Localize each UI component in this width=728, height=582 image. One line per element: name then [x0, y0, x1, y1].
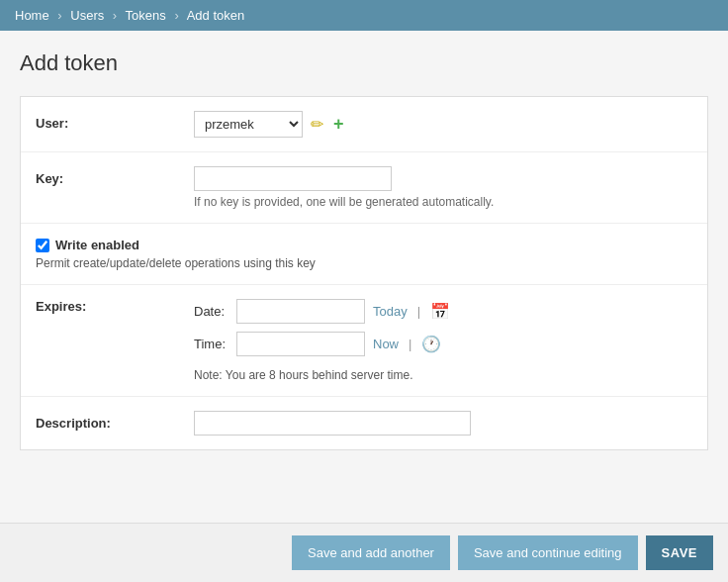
- date-label: Date:: [194, 304, 228, 319]
- key-help: If no key is provided, one will be gener…: [194, 195, 692, 209]
- write-enabled-help: Permit create/update/delete operations u…: [36, 256, 692, 270]
- page-title: Add token: [20, 50, 708, 76]
- key-label: Key:: [36, 166, 194, 186]
- breadcrumb-sep-3: ›: [174, 8, 178, 23]
- breadcrumb-tokens[interactable]: Tokens: [126, 8, 166, 23]
- date-row: Date: Today | 📅: [194, 299, 692, 324]
- form-footer: Save and add another Save and continue e…: [0, 523, 728, 545]
- breadcrumb-home[interactable]: Home: [15, 8, 49, 23]
- key-input[interactable]: [194, 166, 392, 191]
- description-label: Description:: [36, 411, 194, 431]
- server-note: Note: You are 8 hours behind server time…: [194, 368, 692, 382]
- expires-label: Expires:: [36, 299, 194, 314]
- time-label: Time:: [194, 337, 228, 351]
- breadcrumb-sep-1: ›: [57, 8, 61, 23]
- time-row: Time: Now | 🕐: [194, 332, 692, 356]
- expires-row: Expires: Date: Today | 📅 Time: Now |: [21, 285, 707, 397]
- edit-user-button[interactable]: ✏: [309, 115, 325, 134]
- write-enabled-label[interactable]: Write enabled: [36, 238, 692, 252]
- breadcrumb-sep-2: ›: [113, 8, 117, 23]
- expires-field-content: Date: Today | 📅 Time: Now | 🕐 Note: You …: [194, 299, 692, 382]
- user-row: User: przemek ✏ +: [21, 97, 707, 152]
- save-continue-editing-button[interactable]: Save and continue editing: [458, 535, 638, 545]
- add-token-form: User: przemek ✏ + Key: If no key is prov…: [20, 96, 708, 450]
- description-row: Description:: [21, 397, 707, 449]
- time-input[interactable]: [236, 332, 365, 356]
- description-field-content: [194, 411, 692, 436]
- main-content: Add token User: przemek ✏ + Key: If no k…: [0, 31, 728, 545]
- user-select[interactable]: przemek: [194, 111, 303, 138]
- expires-content: Date: Today | 📅 Time: Now | 🕐 Note: You …: [194, 299, 692, 382]
- breadcrumb-current: Add token: [187, 8, 245, 23]
- key-field-content: If no key is provided, one will be gener…: [194, 166, 692, 209]
- calendar-icon[interactable]: 📅: [430, 302, 450, 321]
- date-input[interactable]: [236, 299, 365, 324]
- breadcrumb: Home › Users › Tokens › Add token: [0, 0, 728, 31]
- clock-icon[interactable]: 🕐: [421, 335, 441, 353]
- write-enabled-checkbox[interactable]: [36, 239, 49, 252]
- add-user-button[interactable]: +: [331, 114, 346, 135]
- save-button[interactable]: SAVE: [646, 535, 713, 545]
- save-add-another-button[interactable]: Save and add another: [292, 535, 450, 545]
- today-link[interactable]: Today: [373, 304, 408, 319]
- write-enabled-text: Write enabled: [55, 238, 139, 252]
- breadcrumb-users[interactable]: Users: [70, 8, 104, 23]
- write-enabled-row: Write enabled Permit create/update/delet…: [21, 224, 707, 285]
- description-input[interactable]: [194, 411, 471, 436]
- user-field-content: przemek ✏ +: [194, 111, 692, 138]
- key-row: Key: If no key is provided, one will be …: [21, 152, 707, 224]
- user-select-wrapper: przemek ✏ +: [194, 111, 692, 138]
- user-label: User:: [36, 111, 194, 131]
- now-link[interactable]: Now: [373, 337, 399, 351]
